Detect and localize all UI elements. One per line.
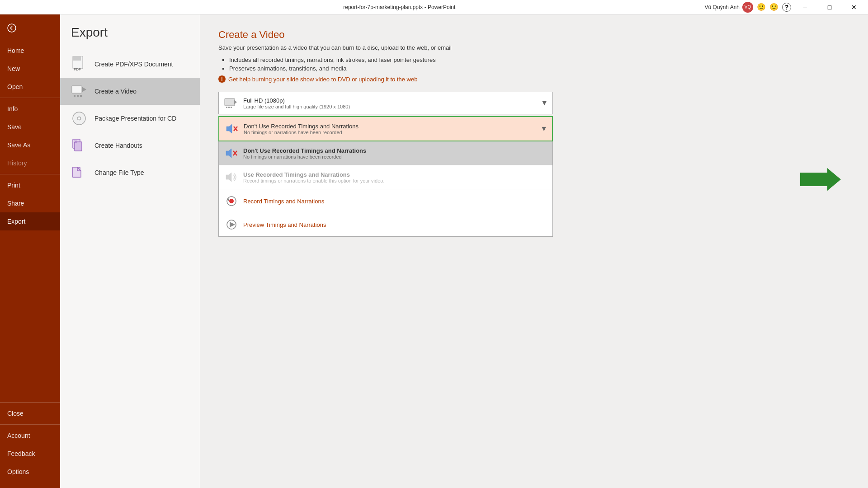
- handout-icon: [71, 137, 87, 154]
- timings-dropdown[interactable]: Don't Use Recorded Timings and Narration…: [218, 116, 553, 141]
- dont-use-text: Don't Use Recorded Timings and Narration…: [243, 147, 548, 160]
- frown-icon[interactable]: 🙁: [769, 3, 778, 11]
- sidebar-item-history[interactable]: History: [0, 154, 60, 172]
- dropdown-list: Don't Use Recorded Timings and Narration…: [218, 141, 553, 237]
- username: Vũ Quỳnh Anh: [705, 4, 740, 10]
- create-video-title: Create a Video: [218, 29, 850, 41]
- record-timings-link[interactable]: Record Timings and Narrations: [243, 198, 324, 205]
- timings-dropdown-text: Don't Use Recorded Timings and Narration…: [244, 123, 540, 135]
- feature-item-2: Preserves animations, transitions, and m…: [229, 65, 850, 72]
- left-panel: Export PDF Create PDF/XPS Document: [60, 14, 200, 488]
- preview-timings-link[interactable]: Preview Timings and Narrations: [243, 221, 326, 228]
- create-handouts-label: Create Handouts: [94, 142, 142, 149]
- preview-timings-icon: [223, 216, 240, 233]
- sidebar-item-export[interactable]: Export: [0, 212, 60, 230]
- timings-selected-sublabel: No timings or narrations have been recor…: [244, 130, 540, 135]
- title-bar: report-for-7p-marketing-plan.pptx - Powe…: [0, 0, 868, 14]
- green-arrow-annotation: [800, 168, 841, 192]
- sidebar-item-open[interactable]: Open: [0, 78, 60, 96]
- quality-sublabel: Large file size and full high quality (1…: [243, 104, 541, 109]
- pdf-icon: PDF: [71, 56, 87, 72]
- svg-marker-25: [226, 149, 231, 158]
- sidebar-divider-3: [0, 402, 60, 403]
- smiley-icon[interactable]: 🙂: [757, 3, 766, 11]
- cd-icon: [71, 110, 87, 127]
- use-timings-sublabel: Record timings or narrations to enable t…: [243, 178, 548, 183]
- menu-item-create-pdf[interactable]: PDF Create PDF/XPS Document: [60, 51, 200, 78]
- svg-rect-7: [77, 95, 79, 97]
- dont-use-icon: [223, 145, 240, 161]
- sidebar-item-save[interactable]: Save: [0, 118, 60, 136]
- sidebar-item-options[interactable]: Options: [0, 463, 60, 481]
- sidebar-divider-4: [0, 424, 60, 425]
- timings-selected-label: Don't Use Recorded Timings and Narration…: [244, 123, 540, 130]
- quality-dropdown-container: Full HD (1080p) Large file size and full…: [218, 92, 553, 237]
- svg-rect-13: [75, 142, 82, 151]
- sidebar-item-account[interactable]: Account: [0, 427, 60, 445]
- minimize-button[interactable]: –: [795, 0, 816, 14]
- sidebar-item-info[interactable]: Info: [0, 100, 60, 118]
- quality-label: Full HD (1080p): [243, 97, 541, 104]
- record-timings-option[interactable]: Record Timings and Narrations: [219, 189, 552, 213]
- svg-rect-4: [72, 86, 82, 93]
- svg-marker-22: [226, 124, 232, 133]
- sidebar-item-save-as[interactable]: Save As: [0, 136, 60, 154]
- create-video-description: Save your presentation as a video that y…: [218, 44, 850, 51]
- sidebar-item-print[interactable]: Print: [0, 176, 60, 194]
- quality-dropdown-icon: [223, 95, 240, 111]
- menu-item-create-handouts[interactable]: Create Handouts: [60, 132, 200, 159]
- svg-text:PDF: PDF: [74, 67, 81, 71]
- sidebar: Home New Open Info Save Save As History …: [0, 14, 60, 488]
- svg-rect-2: [73, 56, 81, 61]
- avatar: VQ: [742, 2, 753, 13]
- close-button[interactable]: ✕: [844, 0, 864, 14]
- sidebar-item-home[interactable]: Home: [0, 42, 60, 60]
- filetype-icon: [71, 164, 87, 181]
- dropdown-option-use-timings: Use Recorded Timings and Narrations Reco…: [219, 165, 552, 189]
- features-list: Includes all recorded timings, narration…: [229, 56, 850, 72]
- package-cd-label: Package Presentation for CD: [94, 115, 176, 122]
- svg-rect-6: [74, 95, 75, 97]
- title-bar-right: Vũ Quỳnh Anh VQ 🙂 🙁 ? – □ ✕: [705, 0, 864, 14]
- svg-point-11: [78, 117, 80, 119]
- sidebar-item-share[interactable]: Share: [0, 194, 60, 212]
- svg-rect-17: [225, 99, 235, 106]
- sidebar-item-close[interactable]: Close: [0, 404, 60, 422]
- dont-use-sublabel: No timings or narrations have been recor…: [243, 154, 548, 160]
- content-area: Export PDF Create PDF/XPS Document: [60, 14, 868, 488]
- svg-point-0: [8, 24, 16, 32]
- user-info: Vũ Quỳnh Anh VQ: [705, 2, 753, 13]
- record-timings-icon: [223, 193, 240, 209]
- right-panel: Create a Video Save your presentation as…: [200, 14, 868, 488]
- quality-dropdown-text: Full HD (1080p) Large file size and full…: [243, 97, 541, 109]
- change-file-type-label: Change File Type: [94, 169, 144, 176]
- menu-item-package-cd[interactable]: Package Presentation for CD: [60, 105, 200, 132]
- quality-dropdown[interactable]: Full HD (1080p) Large file size and full…: [218, 92, 553, 114]
- use-timings-text: Use Recorded Timings and Narrations Reco…: [243, 171, 548, 183]
- title-text: report-for-7p-marketing-plan.pptx - Powe…: [94, 4, 705, 10]
- svg-marker-28: [226, 173, 231, 182]
- main-container: Home New Open Info Save Save As History …: [0, 0, 868, 488]
- use-timings-label: Use Recorded Timings and Narrations: [243, 171, 548, 178]
- sidebar-divider-2: [0, 174, 60, 174]
- back-button[interactable]: [4, 20, 20, 36]
- timings-dropdown-arrow: ▼: [540, 125, 547, 133]
- svg-marker-34: [800, 168, 841, 191]
- menu-item-create-video[interactable]: Create a Video: [60, 78, 200, 105]
- sidebar-bottom: Close Account Feedback Options: [0, 400, 60, 488]
- svg-rect-8: [80, 95, 82, 97]
- preview-timings-option[interactable]: Preview Timings and Narrations: [219, 213, 552, 236]
- menu-item-change-file-type[interactable]: Change File Type: [60, 159, 200, 186]
- svg-rect-20: [228, 107, 230, 108]
- help-icon[interactable]: ?: [782, 3, 791, 12]
- help-link[interactable]: Get help burning your slide show video t…: [228, 76, 417, 83]
- sidebar-item-new[interactable]: New: [0, 60, 60, 78]
- maximize-button[interactable]: □: [819, 0, 840, 14]
- video-icon: [71, 83, 87, 99]
- quality-dropdown-arrow: ▼: [541, 99, 548, 107]
- export-area: Export PDF Create PDF/XPS Document: [60, 14, 868, 488]
- dropdown-option-dont-use[interactable]: Don't Use Recorded Timings and Narration…: [219, 141, 552, 165]
- svg-marker-18: [234, 100, 237, 104]
- dont-use-label: Don't Use Recorded Timings and Narration…: [243, 147, 548, 154]
- sidebar-item-feedback[interactable]: Feedback: [0, 445, 60, 463]
